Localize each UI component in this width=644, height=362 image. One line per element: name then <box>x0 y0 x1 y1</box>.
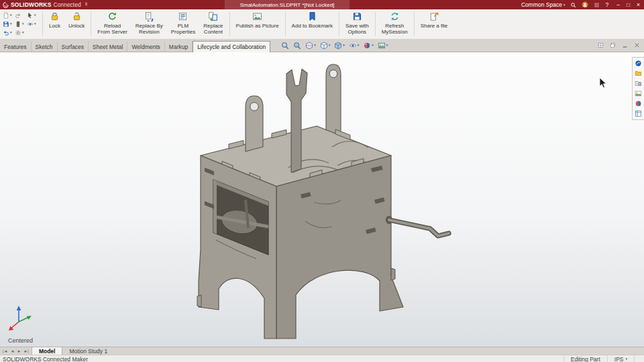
tab-lifecycle-and-collaboration[interactable]: Lifecycle and Collaboration <box>193 41 270 52</box>
ribbon-button-unlock[interactable]: Unlock <box>64 9 89 39</box>
status-bar: SOLIDWORKS Connected Maker Editing Part … <box>0 355 644 362</box>
pin-icon[interactable] <box>83 2 89 8</box>
ribbon-button-publish-as-picture[interactable]: Publish as Picture <box>232 9 283 39</box>
tab-sketch[interactable]: Sketch <box>32 42 58 52</box>
add-to-bookmark-icon <box>307 11 317 21</box>
ribbon-separator <box>285 12 286 36</box>
save-with-options-icon <box>352 11 362 21</box>
new-document-button[interactable]: ▾ <box>3 11 15 19</box>
ribbon-button-label: PLMProperties <box>171 23 195 35</box>
title-bar: SOLIDWORKSConnected SmalAutomaton.SLDPRT… <box>0 0 644 9</box>
units-label: IPS <box>614 356 624 362</box>
close-button[interactable]: × <box>637 1 640 8</box>
titlebar-window-controls: –□× <box>616 1 640 8</box>
ribbon-button-plm-properties[interactable]: PLMProperties <box>167 9 199 39</box>
apply-scene-button[interactable]: ▾ <box>378 42 388 50</box>
save-button[interactable]: ▾ <box>3 19 15 28</box>
appearances-icon[interactable] <box>635 100 642 107</box>
zoom-area-icon <box>293 42 301 50</box>
ribbon-button-lock[interactable]: Lock <box>45 9 64 39</box>
viewport-layout-icon[interactable] <box>598 42 604 48</box>
tab-features[interactable]: Features <box>0 42 32 52</box>
units-selector[interactable]: IPS▾ <box>607 355 634 362</box>
workspace-selector[interactable]: Common Space▾ <box>521 1 565 8</box>
help-button[interactable]: ? <box>605 1 608 8</box>
heads-up-toolbar: ▾▾▾▾▾▾ <box>281 39 388 52</box>
rebuild-button[interactable]: ▾ <box>15 19 27 28</box>
zoom-fit-icon <box>281 42 289 50</box>
first-tab-button[interactable]: |◄ <box>2 349 9 353</box>
command-tab-strip: FeaturesSketchSurfacesSheet MetalWeldmen… <box>0 39 644 52</box>
app-logo-subtext: Connected <box>54 1 81 8</box>
ribbon-button-replace-by-revision[interactable]: Replace ByRevision <box>131 9 167 39</box>
section-view-icon <box>305 42 313 50</box>
display-style-button[interactable]: ▾ <box>334 42 345 50</box>
display-settings-button[interactable]: ▾ <box>27 19 39 28</box>
search-icon[interactable] <box>570 2 576 8</box>
threedexperience-icon[interactable] <box>635 60 642 67</box>
ribbon-button-save-with-options[interactable]: Save withOptions <box>341 9 373 39</box>
view-palette-icon[interactable] <box>635 90 642 97</box>
ribbon-button-label: Unlock <box>68 23 85 35</box>
ribbon-button-label: ReplaceContent <box>203 23 223 35</box>
hide-show-items-button[interactable]: ▾ <box>349 42 360 50</box>
chevron-down-icon: ▾ <box>314 44 316 47</box>
viewport[interactable]: Centered <box>0 52 644 347</box>
selection-arrow-icon <box>27 12 34 19</box>
zoom-area-button[interactable] <box>293 42 301 50</box>
section-view-button[interactable]: ▾ <box>305 42 316 50</box>
undo-icon <box>3 29 9 36</box>
prev-tab-button[interactable]: ◄ <box>10 349 15 353</box>
last-tab-button[interactable]: ►| <box>23 349 30 353</box>
custom-properties-icon[interactable] <box>635 110 642 117</box>
task-pane <box>632 57 644 120</box>
solidworks-window: SOLIDWORKSConnected SmalAutomaton.SLDPRT… <box>0 0 644 362</box>
edit-appearance-button[interactable]: ▾ <box>363 42 374 50</box>
view-orientation-icon <box>320 42 328 50</box>
model-3d-view[interactable] <box>0 52 644 347</box>
ribbon-button-label: Publish as Picture <box>236 23 279 35</box>
display-style-icon <box>334 42 342 50</box>
minimize-button[interactable]: – <box>616 1 620 8</box>
zoom-fit-button[interactable] <box>281 42 289 50</box>
selection-arrow-button[interactable]: ▾ <box>27 11 39 19</box>
minimize-document-icon[interactable] <box>622 42 628 48</box>
options-gear-button[interactable]: ▾ <box>15 28 27 37</box>
ribbon-button-reload-from-server[interactable]: ReloadFrom Server <box>93 9 131 39</box>
apply-scene-icon <box>378 42 386 50</box>
document-title-tab[interactable]: SmalAutomaton.SLDPRT *[Not Locked] <box>224 0 350 9</box>
restore-document-icon[interactable] <box>610 42 616 48</box>
chevron-down-icon: ▾ <box>625 357 627 361</box>
status-app-name: SOLIDWORKS Connected Maker <box>0 356 88 362</box>
ribbon-separator <box>229 12 230 36</box>
tab-strip-spacer <box>388 39 598 52</box>
chevron-down-icon: ▾ <box>10 31 12 34</box>
app-logo: SOLIDWORKSConnected <box>11 1 81 8</box>
apps-grid-icon[interactable] <box>594 2 600 8</box>
undo-button[interactable]: ▾ <box>3 28 15 37</box>
chevron-down-icon: ▾ <box>34 22 36 25</box>
chevron-down-icon: ▾ <box>372 44 374 47</box>
next-tab-button[interactable]: ► <box>16 349 21 353</box>
close-document-icon[interactable] <box>634 42 640 48</box>
ribbon-button-replace-content[interactable]: ReplaceContent <box>199 9 227 39</box>
tab-markup[interactable]: Markup <box>165 42 193 52</box>
user-avatar[interactable] <box>582 1 588 8</box>
ribbon-button-share-a-file[interactable]: Share a file <box>417 9 451 39</box>
rebuild-icon <box>15 21 21 27</box>
tab-sheet-metal[interactable]: Sheet Metal <box>89 42 127 52</box>
ribbon-button-label: Replace ByRevision <box>136 23 163 35</box>
maximize-button[interactable]: □ <box>627 1 630 8</box>
ribbon-button-add-to-bookmark[interactable]: Add to Bookmark <box>288 9 337 39</box>
view-orientation-button[interactable]: ▾ <box>320 42 331 50</box>
display-settings-icon <box>27 21 34 27</box>
tab-weldments[interactable]: Weldments <box>127 42 164 52</box>
design-library-icon[interactable] <box>635 70 642 77</box>
chevron-down-icon: ▾ <box>10 22 12 25</box>
tab-surfaces[interactable]: Surfaces <box>58 42 89 52</box>
file-explorer-icon[interactable] <box>635 80 642 87</box>
redo-button[interactable] <box>15 11 27 19</box>
ribbon-button-refresh-mysession[interactable]: RefreshMySession <box>378 9 412 39</box>
plm-properties-icon <box>178 11 188 21</box>
ribbon-button-label: Lock <box>49 23 60 35</box>
